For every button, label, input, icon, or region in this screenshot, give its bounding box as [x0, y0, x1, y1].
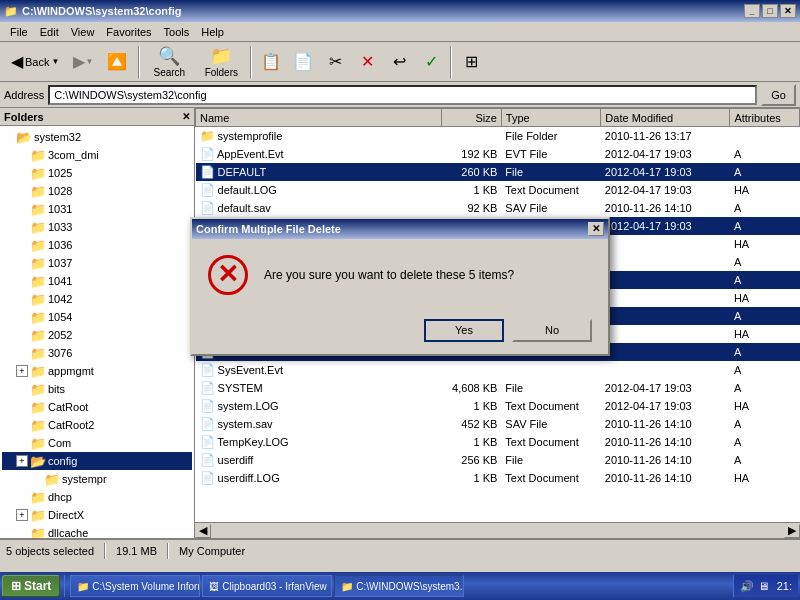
- col-size[interactable]: Size: [442, 109, 502, 127]
- tree-item-1041[interactable]: 📁1041: [2, 272, 192, 290]
- file-date-cell: [601, 325, 730, 343]
- file-date-cell: [601, 253, 730, 271]
- tree-item-config[interactable]: +📂config: [2, 452, 192, 470]
- file-attr-cell: A: [730, 253, 800, 271]
- tree-expander[interactable]: +: [16, 455, 28, 467]
- scroll-left-btn[interactable]: ◀: [195, 524, 211, 538]
- folders-panel-close[interactable]: ✕: [182, 111, 190, 122]
- table-row[interactable]: 📄 system.LOG1 KBText Document2012-04-17 …: [196, 397, 800, 415]
- folders-button[interactable]: 📁 Folders: [196, 44, 246, 80]
- search-icon: 🔍: [158, 45, 180, 67]
- menu-file[interactable]: File: [4, 24, 34, 40]
- menu-favorites[interactable]: Favorites: [100, 24, 157, 40]
- tree-item-catroot2[interactable]: 📁CatRoot2: [2, 416, 192, 434]
- file-name-cell: 📄 system.sav: [196, 415, 442, 433]
- table-row[interactable]: 📁 systemprofileFile Folder2010-11-26 13:…: [196, 127, 800, 145]
- tree-item-1031[interactable]: 📁1031: [2, 200, 192, 218]
- col-name[interactable]: Name: [196, 109, 442, 127]
- tree-item-1042[interactable]: 📁1042: [2, 290, 192, 308]
- undo-button[interactable]: ↩: [384, 44, 414, 80]
- tree-folder-icon: 📁: [30, 364, 46, 378]
- back-button[interactable]: ◀ Back ▼: [4, 46, 66, 78]
- scroll-right-btn[interactable]: ▶: [784, 524, 800, 538]
- tree-item-label: dllcache: [48, 527, 88, 538]
- tree-item-1036[interactable]: 📁1036: [2, 236, 192, 254]
- col-attr[interactable]: Attributes: [730, 109, 800, 127]
- file-date-cell: [601, 361, 730, 379]
- table-row[interactable]: 📄 system.sav452 KBSAV File2010-11-26 14:…: [196, 415, 800, 433]
- file-date-cell: 2012-04-17 19:03: [601, 145, 730, 163]
- tree-item-1033[interactable]: 📁1033: [2, 218, 192, 236]
- menu-view[interactable]: View: [65, 24, 101, 40]
- tree-item-1037[interactable]: 📁1037: [2, 254, 192, 272]
- table-row[interactable]: 📄 SysEvent.EvtA: [196, 361, 800, 379]
- forward-dropdown-icon[interactable]: ▼: [85, 57, 93, 66]
- go-button[interactable]: Go: [761, 84, 796, 106]
- minimize-button[interactable]: _: [744, 4, 760, 18]
- move-to-button[interactable]: 📋: [256, 44, 286, 80]
- tree-folder-icon: 📁: [30, 508, 46, 522]
- menu-help[interactable]: Help: [195, 24, 230, 40]
- tree-item-catroot[interactable]: 📁CatRoot: [2, 398, 192, 416]
- menu-edit[interactable]: Edit: [34, 24, 65, 40]
- start-button[interactable]: ⊞ Start: [2, 575, 60, 597]
- table-row[interactable]: 📄 AppEvent.Evt192 KBEVT File2012-04-17 1…: [196, 145, 800, 163]
- tree-item-3076[interactable]: 📁3076: [2, 344, 192, 362]
- tree-item-appmgmt[interactable]: +📁appmgmt: [2, 362, 192, 380]
- dialog-no-button[interactable]: No: [512, 319, 592, 342]
- tree-folder-icon: 📁: [30, 328, 46, 342]
- file-date-cell: 2012-04-17 19:03: [601, 379, 730, 397]
- tree-item-system32[interactable]: 📂system32: [2, 128, 192, 146]
- menu-tools[interactable]: Tools: [158, 24, 196, 40]
- folders-panel-header: Folders ✕: [0, 108, 194, 126]
- copy-to-button[interactable]: 📄: [288, 44, 318, 80]
- tree-item-1054[interactable]: 📁1054: [2, 308, 192, 326]
- tree-folder-icon: 📁: [30, 346, 46, 360]
- check-button[interactable]: ✓: [416, 44, 446, 80]
- dialog-close-button[interactable]: ✕: [588, 222, 604, 236]
- table-row[interactable]: 📄 default.sav92 KBSAV File2010-11-26 14:…: [196, 199, 800, 217]
- tree-item-dhcp[interactable]: 📁dhcp: [2, 488, 192, 506]
- tree-item-directx[interactable]: +📁DirectX: [2, 506, 192, 524]
- tree-item-dllcache[interactable]: 📁dllcache: [2, 524, 192, 538]
- col-date[interactable]: Date Modified: [601, 109, 730, 127]
- address-input[interactable]: [48, 85, 757, 105]
- tree-item-1025[interactable]: 📁1025: [2, 164, 192, 182]
- tree-item-systempr[interactable]: 📁systempr: [2, 470, 192, 488]
- table-row[interactable]: 📄 SYSTEM4,608 KBFile2012-04-17 19:03A: [196, 379, 800, 397]
- taskbar-btn-1[interactable]: 🖼 Clipboard03 - IrfanView: [202, 575, 332, 597]
- tree-item-1028[interactable]: 📁1028: [2, 182, 192, 200]
- table-row[interactable]: 📄 TempKey.LOG1 KBText Document2010-11-26…: [196, 433, 800, 451]
- delete-red-button[interactable]: ✕: [352, 44, 382, 80]
- table-row[interactable]: 📄 default.LOG1 KBText Document2012-04-17…: [196, 181, 800, 199]
- col-type[interactable]: Type: [501, 109, 600, 127]
- taskbar-btn-2[interactable]: 📁 C:\WINDOWS\system3...: [334, 575, 464, 597]
- table-row[interactable]: 📄 userdiff256 KBFile2010-11-26 14:10A: [196, 451, 800, 469]
- table-row[interactable]: 📄 userdiff.LOG1 KBText Document2010-11-2…: [196, 469, 800, 487]
- file-attr-cell: A: [730, 217, 800, 235]
- tree-expander[interactable]: +: [16, 509, 28, 521]
- views-button[interactable]: ⊞: [456, 44, 486, 80]
- file-size-cell: 1 KB: [442, 181, 502, 199]
- tree-area[interactable]: 📂system32📁3com_dmi📁1025📁1028📁1031📁1033📁1…: [0, 126, 194, 538]
- tree-item-bits[interactable]: 📁bits: [2, 380, 192, 398]
- tray-icon-1: 🖥: [758, 580, 769, 592]
- search-button[interactable]: 🔍 Search: [144, 44, 194, 80]
- tree-item-2052[interactable]: 📁2052: [2, 326, 192, 344]
- tree-item-3com_dmi[interactable]: 📁3com_dmi: [2, 146, 192, 164]
- dialog-yes-button[interactable]: Yes: [424, 319, 504, 342]
- h-scrollbar[interactable]: ◀ ▶: [195, 522, 800, 538]
- taskbar-btn-0[interactable]: 📁 C:\System Volume Inform...: [70, 575, 200, 597]
- back-dropdown-icon[interactable]: ▼: [51, 57, 59, 66]
- file-attr-cell: [730, 127, 800, 145]
- delete-button[interactable]: ✂: [320, 44, 350, 80]
- close-button[interactable]: ✕: [780, 4, 796, 18]
- tree-expander[interactable]: +: [16, 365, 28, 377]
- forward-button[interactable]: ▶ ▼: [68, 46, 98, 78]
- table-row[interactable]: 📄 DEFAULT260 KBFile2012-04-17 19:03A: [196, 163, 800, 181]
- tree-folder-icon: 📁: [30, 274, 46, 288]
- tree-item-com[interactable]: 📁Com: [2, 434, 192, 452]
- up-button[interactable]: 🔼: [100, 46, 134, 78]
- maximize-button[interactable]: □: [762, 4, 778, 18]
- tree-item-label: 1033: [48, 221, 72, 233]
